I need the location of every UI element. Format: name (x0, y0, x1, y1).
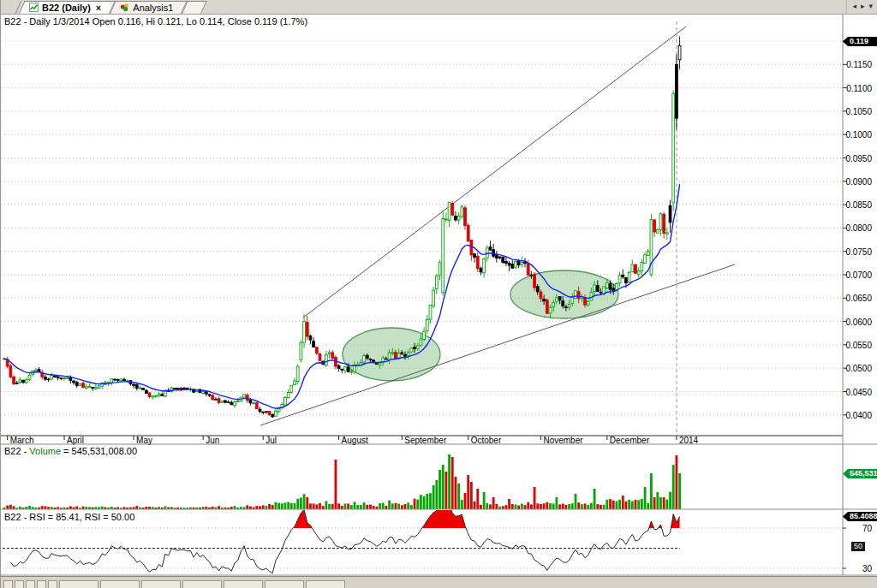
time-axis-label: August (342, 436, 368, 445)
time-axis-label: December (610, 436, 649, 445)
price-axis-tick: 0.0400 (844, 411, 872, 420)
price-axis-tick: 0.1150 (844, 60, 872, 69)
sheet-tab[interactable] (265, 580, 304, 588)
price-axis-tick: 0.1100 (844, 84, 872, 93)
price-axis-tick: 0.0900 (844, 177, 872, 187)
sheet-tab[interactable] (100, 580, 140, 588)
time-axis-label: 2014 (679, 436, 698, 445)
sheet-tab[interactable] (3, 580, 13, 588)
time-axis-label: November (543, 436, 582, 445)
rsi-axis-tick: 30 (844, 564, 872, 573)
rsi-axis-tick: 70 (844, 524, 872, 533)
charting-app-window: B22 (Daily) × Analysis1 ⊕ ◂ ▸ ▾ B22 - Da… (0, 0, 877, 588)
analysis-icon (120, 3, 129, 12)
rsi-pane-title: B22 - RSI = 85.41, RSI = 50.00 (4, 512, 134, 522)
sheet-tab[interactable] (26, 580, 35, 588)
price-pane-title: B22 - Daily 1/3/2014 Open 0.116, Hi 0.12… (4, 16, 307, 27)
chart-canvas[interactable] (1, 0, 877, 588)
sheet-tab[interactable] (224, 580, 263, 588)
sheet-tab[interactable] (15, 580, 24, 588)
price-axis-tick: 0.0950 (844, 154, 872, 163)
price-axis-tick: 0.0750 (844, 247, 872, 257)
tab-label: Analysis1 (133, 3, 173, 13)
time-axis-label: May (136, 436, 152, 445)
price-axis-tick: 0.1000 (844, 130, 872, 140)
last-volume-badge: 545,531,008.00 (843, 469, 877, 478)
price-axis-tick: 0.0650 (844, 294, 872, 303)
chart-icon (29, 3, 39, 12)
sheet-tab[interactable] (141, 580, 181, 588)
price-axis-tick: 0.0450 (844, 388, 872, 397)
last-price-badge: 0.119 (843, 37, 877, 46)
time-axis-label: Jul (265, 436, 277, 445)
time-axis-label: March (10, 436, 34, 445)
close-icon[interactable]: × (96, 3, 101, 13)
price-axis-tick: 0.0600 (844, 318, 872, 327)
last-rsi-badge: 85.4088 (843, 512, 877, 521)
volume-pane-title: B22 - Volume = 545,531,008.00 (4, 446, 137, 456)
time-axis-label: September (404, 436, 446, 445)
tab-label: B22 (Daily) (42, 3, 91, 13)
rsi-mid-badge: 50 (851, 542, 865, 551)
price-axis-tick: 0.0700 (844, 270, 872, 280)
time-axis-label: April (67, 436, 84, 445)
sheet-tabs-strip[interactable] (1, 576, 877, 588)
price-axis-tick: 0.0850 (844, 200, 872, 210)
time-axis-label: October (471, 436, 502, 445)
sheet-tab[interactable] (48, 580, 57, 588)
tab-analysis1[interactable]: Analysis1 (110, 1, 182, 14)
price-axis-tick: 0.0500 (844, 364, 872, 373)
price-axis-tick: 0.0800 (844, 223, 872, 233)
sheet-tab[interactable] (59, 580, 98, 588)
volume-metric-label: Volume (29, 446, 61, 456)
sheet-tab[interactable] (37, 580, 46, 588)
sheet-tab[interactable] (182, 580, 222, 588)
tab-b22-daily[interactable]: B22 (Daily) × (19, 1, 110, 14)
price-axis-tick: 0.1050 (844, 107, 872, 116)
time-axis-label: Jun (206, 436, 219, 445)
sheet-tab[interactable] (306, 580, 345, 588)
price-axis-tick: 0.0550 (844, 341, 872, 350)
